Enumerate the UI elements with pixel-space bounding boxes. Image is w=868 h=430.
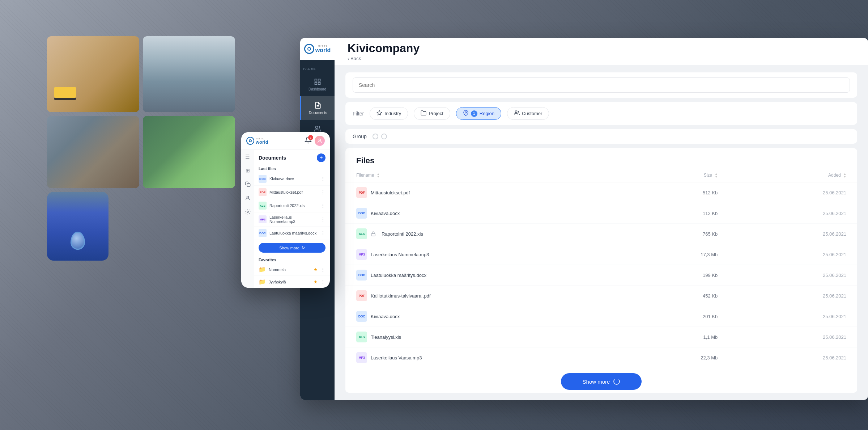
content-body: Filter Industry Project: [335, 65, 868, 400]
dashboard-icon: [314, 78, 322, 86]
mobile-folder-nummela[interactable]: 📁 Nummela ★ ⋮: [254, 264, 330, 276]
mobile-file-name-2: Mittaustulokset.pdf: [269, 190, 318, 194]
file-name: Laserkeilaus Vaasa.mp3: [371, 355, 422, 361]
table-row[interactable]: XLS Raportointi 2022.xls 765 Kb 25.06.20…: [345, 224, 857, 244]
table-row[interactable]: DOC Laatuluokka määritys.docx 199 Kb 25.…: [345, 265, 857, 286]
file-name: Kiviaava.docx: [371, 314, 400, 319]
mobile-file-menu-2[interactable]: ⋮: [320, 189, 326, 195]
sidebar-item-dashboard[interactable]: Dashboard: [300, 73, 335, 96]
file-name-cell: DOC Laatuluokka määritys.docx: [356, 270, 608, 281]
mobile-nav-copy[interactable]: [244, 180, 252, 188]
file-type-icon: XLS: [356, 332, 367, 342]
mobile-bell-button[interactable]: 1: [305, 136, 312, 145]
group-row: Group: [345, 129, 857, 144]
svg-rect-1: [318, 79, 320, 81]
file-name: Raportointi 2022.xls: [382, 231, 423, 237]
file-name-cell: DOC Kiviaava.docx: [356, 208, 608, 219]
photo-tile-quarry: [47, 36, 139, 112]
mobile-file-menu-4[interactable]: ⋮: [320, 216, 326, 222]
mobile-file-menu-5[interactable]: ⋮: [320, 230, 326, 236]
filter-chip-industry[interactable]: Industry: [370, 107, 408, 120]
pages-section-label: Pages: [300, 60, 335, 73]
file-date: 25.06.2021: [728, 203, 857, 224]
file-name: Tieanalyysi.xls: [371, 334, 401, 340]
mobile-file-name-5: Laatuluokka määritys.docx: [269, 231, 318, 235]
mobile-file-icon-mp3-1: MP3: [259, 215, 267, 223]
mobile-nav-grid[interactable]: ⊞: [244, 166, 252, 174]
back-chevron-icon: ‹: [348, 56, 349, 61]
mobile-file-item-1[interactable]: DOC Kiviaava.docx ⋮: [254, 172, 330, 186]
mobile-add-button[interactable]: +: [317, 153, 326, 162]
svg-point-15: [247, 196, 248, 198]
mobile-file-menu-3[interactable]: ⋮: [320, 203, 326, 208]
svg-rect-3: [318, 83, 320, 85]
files-card: Files Filename ▲▼ Size: [345, 148, 857, 393]
table-row[interactable]: PDF Mittaustulokset.pdf 512 Kb 25.06.202…: [345, 182, 857, 203]
mobile-file-icon-pdf-1: PDF: [259, 188, 267, 196]
mobile-nav-settings[interactable]: [244, 208, 252, 216]
customer-label: Customer: [522, 111, 542, 116]
col-filename[interactable]: Filename ▲▼: [345, 169, 618, 182]
file-date: 25.06.2021: [728, 182, 857, 203]
mobile-star-2: ★: [314, 279, 318, 284]
svg-rect-0: [315, 79, 317, 81]
mobile-header: MITTA world 1: [241, 132, 330, 150]
file-type-icon: DOC: [356, 311, 367, 322]
table-row[interactable]: DOC Kiviaava.docx 201 Kb 25.06.2021: [345, 306, 857, 327]
mobile-avatar[interactable]: [315, 136, 325, 146]
content-topbar: Kivicompany ‹ Back: [335, 38, 868, 65]
mobile-file-item-4[interactable]: MP3 Laserkeilaus Nummela.mp3 ⋮: [254, 212, 330, 227]
search-input[interactable]: [353, 77, 850, 93]
svg-point-11: [515, 111, 517, 113]
file-date: 25.06.2021: [728, 244, 857, 265]
file-name: Kalliotutkimus-talvivaara .pdf: [371, 293, 430, 299]
project-icon: [421, 110, 426, 117]
table-row[interactable]: MP3 Laserkeilaus Vaasa.mp3 22,3 Mb 25.06…: [345, 347, 857, 368]
file-date: 25.06.2021: [728, 306, 857, 327]
mobile-file-item-2[interactable]: PDF Mittaustulokset.pdf ⋮: [254, 186, 330, 199]
col-size[interactable]: Size ▲▼: [618, 169, 728, 182]
mobile-file-item-5[interactable]: DOC Laatuluokka määritys.docx ⋮: [254, 227, 330, 240]
filter-chip-region[interactable]: 1 Region: [456, 107, 501, 120]
filter-chip-project[interactable]: Project: [414, 107, 450, 120]
region-icon: [463, 110, 469, 117]
mobile-panel: MITTA world 1: [241, 132, 330, 288]
table-row[interactable]: PDF Kalliotutkimus-talvivaara .pdf 452 K…: [345, 286, 857, 306]
mobile-folder-menu-1[interactable]: ⋮: [320, 267, 326, 273]
group-radio-1[interactable]: [373, 134, 378, 139]
content-area: Kivicompany ‹ Back Filter: [335, 38, 868, 400]
file-size: 452 Kb: [618, 286, 728, 306]
table-row[interactable]: DOC Kiviaava.docx 112 Kb 25.06.2021: [345, 203, 857, 224]
sidebar-documents-label: Documents: [309, 111, 327, 115]
mobile-folder-jyvaskyla[interactable]: 📁 Jyväskylä ★ ⋮: [254, 276, 330, 288]
photo-tile-aerial-terrain: [143, 36, 235, 112]
file-name: Mittaustulokset.pdf: [371, 190, 410, 195]
mobile-file-menu-1[interactable]: ⋮: [320, 176, 326, 182]
table-row[interactable]: XLS Tieanalyysi.xls 1,1 Mb 25.06.2021: [345, 327, 857, 347]
mobile-folder-icon-1: 📁: [259, 266, 266, 273]
file-name-cell: XLS Tieanalyysi.xls: [356, 332, 608, 342]
mobile-file-icon-docx-2: DOC: [259, 229, 267, 237]
sidebar-item-documents[interactable]: Documents: [300, 96, 335, 120]
filter-chip-customer[interactable]: Customer: [507, 107, 549, 120]
mobile-nav-user[interactable]: [244, 194, 252, 202]
table-row[interactable]: MP3 Laserkeilaus Nummela.mp3 17,3 Mb 25.…: [345, 244, 857, 265]
bell-badge: 1: [308, 135, 313, 140]
mobile-file-icon-docx-1: DOC: [259, 175, 267, 183]
mobile-folder-menu-2[interactable]: ⋮: [320, 279, 326, 285]
mobile-nav-hamburger[interactable]: ☰: [244, 153, 252, 161]
back-navigation[interactable]: ‹ Back: [348, 56, 855, 61]
mobile-show-more-icon: ↻: [302, 245, 305, 250]
file-name-cell: PDF Kalliotutkimus-talvivaara .pdf: [356, 290, 608, 301]
photo-tile-rocks: [47, 116, 139, 188]
industry-icon: [376, 110, 382, 117]
mobile-file-item-3[interactable]: XLS Raportointi 2022.xls ⋮: [254, 199, 330, 212]
mobile-star-1: ★: [314, 267, 318, 272]
show-more-button[interactable]: Show more: [561, 373, 642, 390]
col-added[interactable]: Added ▲▼: [728, 169, 857, 182]
mobile-show-more-button[interactable]: Show more ↻: [259, 243, 326, 253]
group-radio-2[interactable]: [381, 134, 387, 139]
file-name-cell: MP3 Laserkeilaus Vaasa.mp3: [356, 352, 608, 363]
file-date: 25.06.2021: [728, 265, 857, 286]
page-title: Kivicompany: [348, 42, 855, 55]
